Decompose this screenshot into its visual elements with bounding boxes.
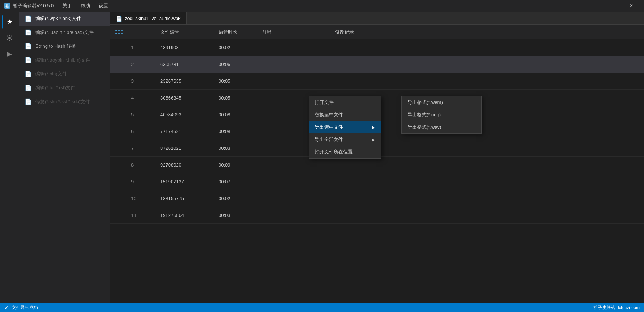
row-num: 7 [128, 145, 157, 151]
menu-help[interactable]: 帮助 [79, 2, 91, 10]
file-icon-5: 📄 [25, 71, 32, 77]
tab-file[interactable]: 📄 zed_skin31_vo_audio.wpk [110, 12, 187, 24]
submenu-export-wav[interactable]: 导出格式(*.wav) [402, 121, 481, 133]
table-row[interactable]: 1 4891908 00:02 [110, 39, 644, 56]
row-id: 4891908 [157, 45, 216, 50]
row-id: 92708020 [157, 162, 216, 168]
menu-settings[interactable]: 设置 [97, 2, 110, 10]
row-id: 23267635 [157, 78, 216, 84]
table-row[interactable]: 2 6305781 00:06 [110, 56, 644, 73]
svg-point-13 [121, 30, 123, 31]
row-id: 191276864 [157, 212, 216, 218]
row-id: 151907137 [157, 179, 216, 184]
titlebar: 裕 裕子编辑器v2.0.5.0 关于 帮助 设置 — □ ✕ [0, 0, 644, 12]
svg-point-5 [6, 38, 7, 39]
row-duration: 00:06 [216, 62, 259, 67]
nav-item-edit-wpk[interactable]: 📄 编辑(*.wpk *.bnk)文件 [19, 12, 110, 26]
sidebar-icon-play[interactable]: ▶ [2, 47, 17, 61]
table-row[interactable]: 8 92708020 00:09 [110, 157, 644, 173]
row-num: 11 [128, 212, 157, 218]
header-id: 文件编号 [157, 29, 216, 35]
titlebar-controls: — □ ✕ [589, 0, 640, 12]
minimize-button[interactable]: — [589, 0, 606, 12]
ctx-open-location[interactable]: 打开文件所在位置 [309, 146, 381, 158]
app-icon: 裕 [4, 3, 10, 9]
menu-about[interactable]: 关于 [61, 2, 73, 10]
submenu-export-wem[interactable]: 导出格式(*.wem) [402, 96, 481, 109]
svg-point-11 [115, 30, 117, 31]
ctx-replace-file[interactable]: 替换选中文件 [309, 109, 381, 121]
nav-item-edit-luabin[interactable]: 📄 编辑(*.luabin *.preload)文件 [19, 26, 110, 39]
row-id: 87261021 [157, 145, 216, 151]
svg-point-12 [118, 30, 120, 31]
file-icon-4: 📄 [25, 57, 32, 63]
svg-point-15 [118, 33, 120, 34]
content-area: 📄 zed_skin31_vo_audio.wpk [110, 12, 644, 303]
titlebar-menus: 关于 帮助 设置 [61, 2, 110, 10]
status-right: 裕子皮肤站: lolgezi.com [593, 305, 640, 311]
row-duration: 00:05 [216, 95, 259, 101]
status-left: ✔ 文件导出成功！ [4, 305, 42, 311]
submenu-export-ogg[interactable]: 导出格式(*.ogg) [402, 109, 481, 121]
ctx-export-all[interactable]: 导出全部文件 ▶ [309, 133, 381, 146]
close-button[interactable]: ✕ [623, 0, 640, 12]
svg-text:裕: 裕 [5, 4, 9, 8]
nav-item-edit-bin[interactable]: 📄 编辑(*.bin)文件 [19, 67, 110, 81]
row-num: 9 [128, 179, 157, 184]
table-area[interactable]: 文件编号 语音时长 注释 修改记录 1 4891908 00:02 2 6305… [110, 25, 644, 303]
row-num: 2 [128, 62, 157, 67]
nav-item-edit-troybin[interactable]: 📄 编辑(*.troybin *.inibin)文件 [19, 53, 110, 67]
table-row[interactable]: 11 191276864 00:03 [110, 207, 644, 224]
row-num: 4 [128, 95, 157, 101]
table-header: 文件编号 语音时长 注释 修改记录 [110, 25, 644, 39]
row-duration: 00:08 [216, 112, 259, 117]
nav-item-edit-txt[interactable]: 📄 编辑(*.txt *.rst)文件 [19, 81, 110, 95]
svg-point-3 [9, 35, 10, 36]
row-duration: 00:03 [216, 145, 259, 151]
row-num: 5 [128, 112, 157, 117]
row-duration: 00:07 [216, 179, 259, 184]
ctx-export-selected-arrow: ▶ [372, 125, 375, 129]
file-icon-2: 📄 [25, 29, 32, 36]
svg-point-9 [11, 36, 12, 37]
header-history: 修改记录 [332, 29, 644, 35]
svg-point-6 [11, 38, 12, 39]
submenu: 导出格式(*.wem) 导出格式(*.ogg) 导出格式(*.wav) [401, 96, 482, 134]
ctx-export-all-arrow: ▶ [372, 138, 375, 142]
file-icon-6: 📄 [25, 85, 32, 91]
ctx-open-file[interactable]: 打开文件 [309, 96, 381, 109]
ctx-export-selected[interactable]: 导出选中文件 ▶ [309, 121, 381, 133]
file-icon-3: 📄 [25, 43, 32, 50]
maximize-button[interactable]: □ [606, 0, 623, 12]
context-menu: 打开文件 替换选中文件 导出选中文件 ▶ 导出全部文件 ▶ 打开文件所在位置 [309, 96, 381, 159]
status-icon: ✔ [4, 305, 9, 311]
row-id: 40584093 [157, 112, 216, 117]
table-row[interactable]: 9 151907137 00:07 [110, 173, 644, 190]
svg-point-14 [115, 33, 117, 34]
tab-bar: 📄 zed_skin31_vo_audio.wpk [110, 12, 644, 25]
sidebar-icon-bar: ★ ▶ [0, 12, 19, 303]
row-num: 10 [128, 196, 157, 201]
nav-panel: 📄 编辑(*.wpk *.bnk)文件 📄 编辑(*.luabin *.prel… [19, 12, 110, 303]
nav-item-repair-skn[interactable]: 📄 修复(*.skn *.skl *.scb)文件 [19, 95, 110, 109]
row-duration: 00:02 [216, 196, 259, 201]
status-bar: ✔ 文件导出成功！ 裕子皮肤站: lolgezi.com [0, 303, 644, 312]
row-num: 6 [128, 129, 157, 134]
main-layout: ★ ▶ 📄 编辑(*.wpk *.bnk)文件 📄 编辑(*.luabin *. [0, 12, 644, 303]
svg-point-10 [7, 39, 8, 40]
sidebar-icon-tool[interactable] [2, 31, 17, 45]
row-duration: 00:02 [216, 45, 259, 50]
row-duration: 00:09 [216, 162, 259, 168]
svg-point-4 [9, 40, 10, 41]
row-id: 77174621 [157, 129, 216, 134]
row-duration: 00:05 [216, 78, 259, 84]
svg-point-2 [8, 37, 11, 39]
header-duration: 语音时长 [216, 29, 259, 35]
svg-point-16 [121, 33, 123, 34]
table-row[interactable]: 3 23267635 00:05 [110, 73, 644, 90]
nav-item-string-to-hash[interactable]: 📄 String to Hash 转换 [19, 39, 110, 53]
table-row[interactable]: 10 183155775 00:02 [110, 190, 644, 207]
sidebar-icon-star[interactable]: ★ [2, 15, 17, 29]
status-message: 文件导出成功！ [12, 305, 42, 311]
row-id: 183155775 [157, 196, 216, 201]
